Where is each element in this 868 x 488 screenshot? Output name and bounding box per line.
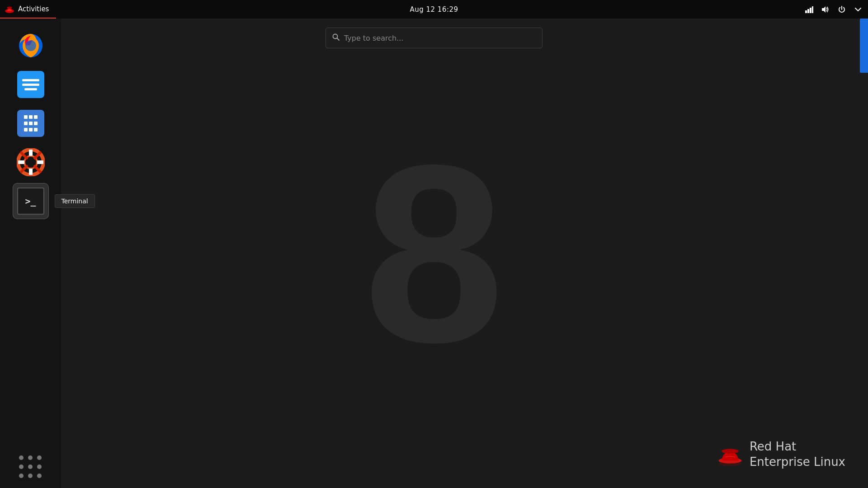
terminal-icon: >_ bbox=[17, 188, 44, 215]
software-icon bbox=[17, 110, 44, 137]
drawer-dot bbox=[37, 465, 42, 469]
system-tray bbox=[802, 0, 868, 19]
svg-point-13 bbox=[25, 40, 36, 51]
rhel-version-watermark: 8 bbox=[363, 127, 504, 380]
search-input[interactable] bbox=[344, 34, 536, 42]
dock-item-files[interactable] bbox=[13, 66, 49, 103]
volume-icon[interactable] bbox=[818, 0, 833, 19]
svg-rect-16 bbox=[29, 156, 32, 168]
dock-item-terminal[interactable]: >_ Terminal bbox=[13, 183, 49, 219]
top-bar: Activities Aug 12 16:29 bbox=[0, 0, 868, 19]
drawer-dot bbox=[19, 474, 24, 478]
redhat-enterprise-text: Red Hat Enterprise Linux bbox=[750, 439, 845, 470]
dock-item-software[interactable] bbox=[13, 105, 49, 141]
power-icon[interactable] bbox=[835, 0, 849, 19]
desktop: 8 Red Hat Enterprise Linux bbox=[0, 19, 868, 488]
drawer-dot bbox=[19, 455, 24, 460]
activities-label: Activities bbox=[18, 5, 49, 13]
help-icon bbox=[17, 148, 45, 176]
network-icon[interactable] bbox=[802, 0, 816, 19]
svg-rect-3 bbox=[807, 9, 809, 13]
svg-rect-17 bbox=[25, 161, 37, 164]
firefox-icon bbox=[17, 32, 44, 59]
activities-button[interactable]: Activities bbox=[0, 0, 56, 19]
right-edge-indicator bbox=[860, 19, 868, 73]
svg-marker-6 bbox=[822, 6, 826, 13]
files-icon bbox=[17, 71, 44, 98]
search-bar bbox=[326, 28, 542, 48]
drawer-dot bbox=[28, 465, 33, 469]
svg-point-9 bbox=[722, 449, 738, 453]
svg-line-11 bbox=[337, 38, 340, 41]
app-drawer-button[interactable] bbox=[19, 455, 42, 479]
drawer-dot bbox=[28, 455, 33, 460]
redhat-logo: Red Hat Enterprise Linux bbox=[717, 439, 845, 470]
redhat-icon bbox=[5, 4, 14, 14]
svg-rect-2 bbox=[805, 10, 807, 13]
svg-rect-5 bbox=[812, 6, 813, 13]
svg-point-1 bbox=[7, 6, 12, 8]
tray-chevron-icon[interactable] bbox=[851, 0, 865, 19]
drawer-dot bbox=[28, 474, 33, 478]
drawer-dot bbox=[37, 455, 42, 460]
dock-item-help[interactable] bbox=[13, 144, 49, 180]
redhat-hat-icon bbox=[717, 441, 743, 468]
dock-item-firefox[interactable] bbox=[13, 28, 49, 64]
dock: >_ Terminal bbox=[0, 19, 61, 488]
search-icon bbox=[332, 33, 340, 42]
drawer-dot bbox=[37, 474, 42, 478]
search-container bbox=[0, 19, 868, 48]
drawer-dot bbox=[19, 465, 24, 469]
svg-rect-4 bbox=[810, 8, 811, 13]
clock-display: Aug 12 16:29 bbox=[410, 5, 458, 14]
